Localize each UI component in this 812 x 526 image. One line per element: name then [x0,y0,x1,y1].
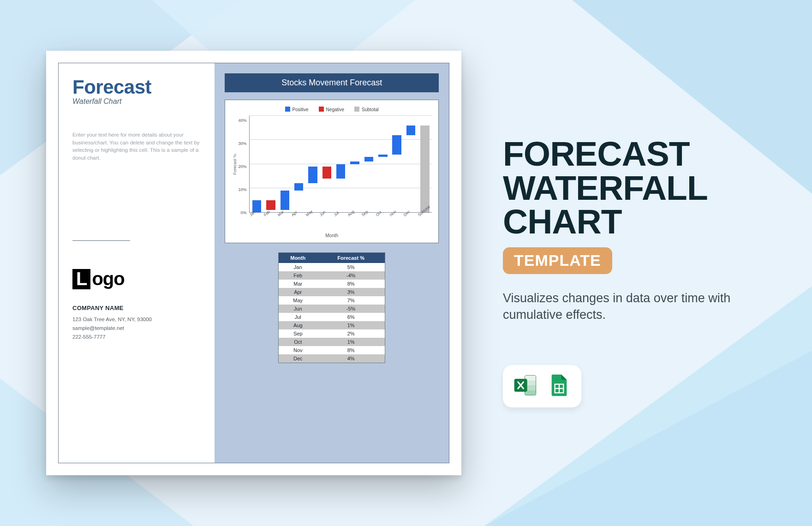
cell-value: -5% [317,305,385,313]
table-row: Feb-4% [279,271,385,280]
chart-header: Stocks Movement Forecast [225,73,439,92]
company-phone: 222-555-7777 [72,333,201,341]
bar-column [390,116,404,212]
x-ticks: JanFebMarAprMayJunJulAugSepOctNovDecSubt… [246,215,432,220]
bar-subtotal [420,126,429,212]
y-ticks: 40%30%20%10%0% [238,116,249,213]
table-row: Jul6% [279,313,385,321]
side-panel: FORECAST WATERFALL CHART TEMPLATE Visual… [503,119,766,407]
table-row: Jan5% [279,263,385,271]
cell-value: 6% [317,313,385,321]
th-value: Forecast % [317,253,385,263]
legend-negative: Negative [319,107,344,112]
bar-pos [392,135,401,155]
logo-mark: L ogo [72,269,201,289]
y-tick: 40% [238,118,246,123]
y-tick: 20% [238,164,246,169]
forecast-title: Forecast [72,76,201,98]
card-frame: Forecast Waterfall Chart Enter your text… [58,63,449,463]
logo-block: L ogo COMPANY NAME 123 Oak Tree Ave, NY,… [72,269,201,341]
company-email: sample@template.net [72,324,201,333]
legend-positive: Positive [285,107,309,112]
bar-column [292,116,305,212]
bar-pos [308,167,317,184]
cell-value: 8% [317,346,385,354]
bar-column [250,116,263,212]
company-name: COMPANY NAME [72,303,201,313]
company-info: COMPANY NAME 123 Oak Tree Ave, NY, NY, 9… [72,303,201,341]
chart-legend: Positive Negative Subtotal [232,107,432,112]
logo-rest: ogo [92,269,124,289]
bar-column [278,116,292,212]
cell-value: 1% [317,338,385,346]
forecast-subtitle: Waterfall Chart [72,97,201,106]
y-axis-label: Forecast % [232,116,238,213]
cell-month: Jul [279,313,317,321]
cell-month: Nov [279,346,317,354]
y-tick: 10% [238,187,246,192]
template-preview-card: Forecast Waterfall Chart Enter your text… [46,51,461,475]
cell-value: 8% [317,280,385,288]
cell-value: 1% [317,321,385,329]
bar-column [362,116,376,212]
cell-month: Oct [279,338,317,346]
cell-value: 5% [317,263,385,271]
divider-line [72,240,130,241]
cell-value: 2% [317,329,385,338]
data-table: Month Forecast % Jan5%Feb-4%Mar8%Apr3%Ma… [278,252,385,363]
bar-column [264,116,278,212]
table-row: Dec4% [279,354,385,363]
cell-value: -4% [317,271,385,280]
cell-month: Jan [279,263,317,271]
table-row: Oct1% [279,338,385,346]
cell-month: Sep [279,329,317,338]
bar-neg [322,167,331,179]
chart-box: Positive Negative Subtotal Forecast % 40… [225,100,439,243]
y-tick: 0% [238,210,246,215]
table-row: Sep2% [279,329,385,338]
app-badges [503,365,581,407]
bar-column [418,116,432,212]
caption-text: Visualizes changes in data over time wit… [503,290,766,323]
cell-month: May [279,296,317,305]
template-pill: TEMPLATE [503,247,612,274]
bar-pos [406,126,415,135]
cell-month: Dec [279,354,317,363]
bar-column [348,116,362,212]
cell-month: Mar [279,280,317,288]
company-address: 123 Oak Tree Ave, NY, NY, 93000 [72,315,201,324]
cell-month: Apr [279,288,317,296]
bar-column [376,116,390,212]
legend-subtotal: Subtotal [354,107,379,112]
cell-month: Jun [279,305,317,313]
bar-pos [378,155,387,157]
bar-column [404,116,418,212]
plot-canvas [249,116,432,213]
table-row: Apr3% [279,288,385,296]
bar-column [334,116,348,212]
bar-column [320,116,334,212]
x-axis-label: Month [232,233,432,238]
cell-value: 3% [317,288,385,296]
bar-pos [350,161,359,164]
cell-month: Feb [279,271,317,280]
table-row: Nov8% [279,346,385,354]
plot-area: Forecast % 40%30%20%10%0% [232,116,432,213]
table-row: Aug1% [279,321,385,329]
cell-month: Aug [279,321,317,329]
description-text: Enter your text here for more details ab… [72,131,201,162]
y-tick: 30% [238,141,246,146]
google-sheets-icon [546,372,572,400]
bar-column [306,116,320,212]
table-row: Mar8% [279,280,385,288]
table-row: Jun-5% [279,305,385,313]
bar-pos [294,183,303,191]
cell-value: 4% [317,354,385,363]
bar-pos [364,157,373,161]
table-row: May7% [279,296,385,305]
bar-pos [336,164,345,179]
excel-icon [512,372,538,400]
th-month: Month [279,253,317,263]
page-title: FORECAST WATERFALL CHART [503,137,766,239]
cell-value: 7% [317,296,385,305]
